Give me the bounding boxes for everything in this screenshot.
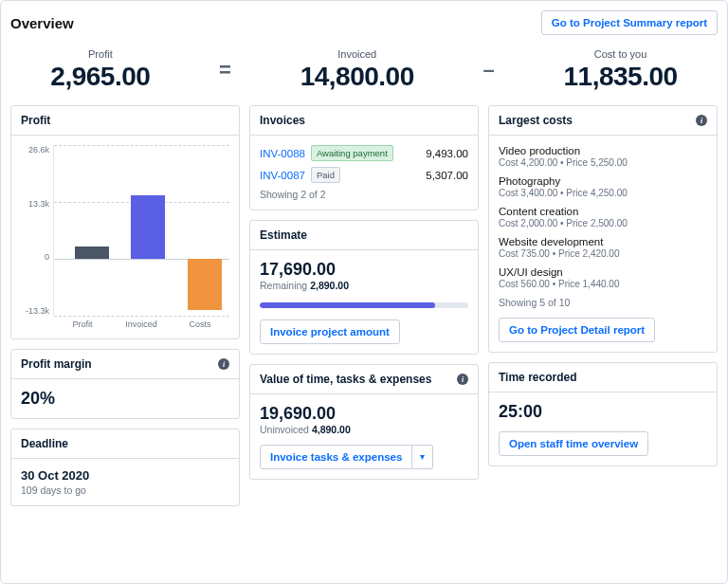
x-tick: Invoiced — [112, 319, 171, 329]
invoices-card: Invoices INV-0088Awaiting payment9,493.0… — [249, 105, 479, 210]
card-head-estimate: Estimate — [250, 221, 478, 250]
profit-chart-body: 26.6k 13.3k 0 -13.3k Prof — [11, 136, 239, 338]
cost-item: PhotographyCost 3,400.00 • Price 4,250.0… — [499, 175, 707, 198]
column-left: Profit 26.6k 13.3k 0 -13.3k — [10, 105, 240, 506]
invoice-link[interactable]: INV-0087 — [260, 170, 305, 181]
card-head-largest-costs: Largest costs i — [489, 106, 717, 136]
costs-showing: Showing 5 of 10 — [499, 297, 707, 308]
x-tick: Profit — [53, 319, 112, 329]
cost-item-sub: Cost 735.00 • Price 2,420.00 — [499, 248, 707, 259]
x-tick: Costs — [171, 319, 229, 329]
cost-item-name: Photography — [499, 175, 707, 187]
estimate-progress — [260, 302, 468, 308]
time-recorded-value: 25:00 — [499, 402, 707, 422]
card-head-time-recorded: Time recorded — [489, 363, 717, 392]
cost-item: Video productionCost 4,200.00 • Price 5,… — [499, 145, 707, 168]
invoice-tasks-expenses-button[interactable]: Invoice tasks & expenses — [260, 445, 412, 469]
cost-item-sub: Cost 2,000.00 • Price 2,500.00 — [499, 218, 707, 228]
metric-profit: Profit 2,965.00 — [50, 48, 150, 92]
plot-area — [53, 145, 229, 316]
metric-invoiced-label: Invoiced — [337, 48, 376, 60]
open-staff-time-overview-button[interactable]: Open staff time overview — [499, 431, 648, 456]
invoice-link[interactable]: INV-0088 — [260, 148, 305, 159]
profit-margin-card: Profit margin i 20% — [10, 349, 240, 419]
largest-costs-body: Video productionCost 4,200.00 • Price 5,… — [489, 136, 717, 352]
cost-item: Content creationCost 2,000.00 • Price 2,… — [499, 206, 707, 228]
profit-chart-area: 26.6k 13.3k 0 -13.3k — [21, 145, 229, 316]
time-recorded-card: Time recorded 25:00 Open staff time over… — [488, 362, 718, 466]
page-title: Overview — [10, 15, 74, 31]
cost-item-name: Website development — [499, 236, 707, 247]
cost-item: UX/UI designCost 560.00 • Price 1,440.00 — [499, 266, 707, 289]
vtte-title: Value of time, tasks & expenses — [260, 373, 431, 386]
invoices-title: Invoices — [260, 114, 305, 127]
largest-costs-card: Largest costs i Video productionCost 4,2… — [488, 105, 718, 353]
y-tick: -13.3k — [26, 306, 49, 316]
cost-item-sub: Cost 3,400.00 • Price 4,250.00 — [499, 188, 707, 198]
profit-chart-card: Profit 26.6k 13.3k 0 -13.3k — [10, 105, 240, 339]
deadline-title: Deadline — [21, 437, 68, 450]
bar — [131, 195, 165, 259]
metric-invoiced-value: 14,800.00 — [300, 62, 414, 92]
page-header: Overview Go to Project Summary report — [10, 10, 718, 35]
vtte-card: Value of time, tasks & expenses i 19,690… — [249, 364, 479, 480]
invoice-row: INV-0087Paid5,307.00 — [260, 167, 468, 183]
chevron-down-icon[interactable]: ▾ — [412, 445, 433, 469]
profit-chart-title: Profit — [21, 114, 50, 127]
invoice-amount: 5,307.00 — [426, 170, 468, 181]
metric-profit-label: Profit — [88, 48, 113, 60]
card-head-invoices: Invoices — [250, 106, 478, 136]
metric-invoiced: Invoiced 14,800.00 — [300, 48, 414, 92]
project-summary-report-button[interactable]: Go to Project Summary report — [541, 10, 718, 35]
column-right: Largest costs i Video productionCost 4,2… — [488, 105, 718, 506]
column-middle: Invoices INV-0088Awaiting payment9,493.0… — [249, 105, 479, 506]
invoice-row: INV-0088Awaiting payment9,493.00 — [260, 145, 468, 161]
deadline-card: Deadline 30 Oct 2020 109 days to go — [10, 429, 240, 506]
invoices-body: INV-0088Awaiting payment9,493.00INV-0087… — [250, 136, 478, 210]
metric-cost: Cost to you 11,835.00 — [563, 48, 677, 92]
cost-item-sub: Cost 4,200.00 • Price 5,250.00 — [499, 157, 707, 168]
cost-item-sub: Cost 560.00 • Price 1,440.00 — [499, 279, 707, 289]
estimate-amount: 17,690.00 — [260, 260, 468, 280]
profit-margin-title: Profit margin — [21, 357, 92, 371]
status-badge: Awaiting payment — [311, 145, 393, 161]
profit-margin-value: 20% — [21, 389, 229, 409]
equals-sign: = — [219, 58, 231, 82]
estimate-title: Estimate — [260, 228, 307, 242]
deadline-date: 30 Oct 2020 — [21, 468, 229, 483]
y-tick: 26.6k — [28, 145, 49, 155]
info-icon[interactable]: i — [696, 115, 707, 126]
cost-item: Website developmentCost 735.00 • Price 2… — [499, 236, 707, 259]
project-detail-report-button[interactable]: Go to Project Detail report — [499, 318, 655, 342]
estimate-progress-fill — [260, 302, 435, 308]
vtte-amount: 19,690.00 — [260, 404, 468, 424]
time-recorded-title: Time recorded — [499, 371, 576, 384]
card-head-deadline: Deadline — [11, 429, 239, 459]
invoices-showing: Showing 2 of 2 — [260, 189, 468, 200]
card-head-vtte: Value of time, tasks & expenses i — [250, 365, 478, 394]
vtte-uninvoiced: Uninvoiced 4,890.00 — [260, 424, 468, 435]
invoice-tasks-expenses-splitbutton: Invoice tasks & expenses ▾ — [260, 445, 433, 469]
status-badge: Paid — [311, 167, 340, 183]
info-icon[interactable]: i — [457, 374, 468, 385]
x-axis: Profit Invoiced Costs — [53, 319, 229, 329]
metric-profit-value: 2,965.00 — [50, 62, 150, 92]
invoice-project-amount-button[interactable]: Invoice project amount — [260, 319, 400, 344]
card-head-profit: Profit — [11, 106, 239, 136]
cost-item-name: Video production — [499, 145, 707, 156]
estimate-card: Estimate 17,690.00 Remaining 2,890.00 In… — [249, 220, 479, 355]
metrics-row: Profit 2,965.00 = Invoiced 14,800.00 – C… — [10, 45, 718, 105]
deadline-remaining: 109 days to go — [21, 484, 229, 496]
metric-cost-value: 11,835.00 — [563, 62, 677, 92]
invoice-amount: 9,493.00 — [426, 148, 468, 159]
y-axis: 26.6k 13.3k 0 -13.3k — [21, 145, 53, 316]
metric-cost-label: Cost to you — [594, 48, 647, 60]
overview-page: Overview Go to Project Summary report Pr… — [0, 0, 728, 584]
bar — [188, 259, 222, 309]
largest-costs-title: Largest costs — [499, 114, 573, 127]
y-tick: 13.3k — [28, 199, 49, 209]
bar — [75, 246, 109, 259]
estimate-remaining: Remaining 2,890.00 — [260, 280, 468, 291]
cost-item-name: Content creation — [499, 206, 707, 217]
info-icon[interactable]: i — [218, 358, 229, 370]
